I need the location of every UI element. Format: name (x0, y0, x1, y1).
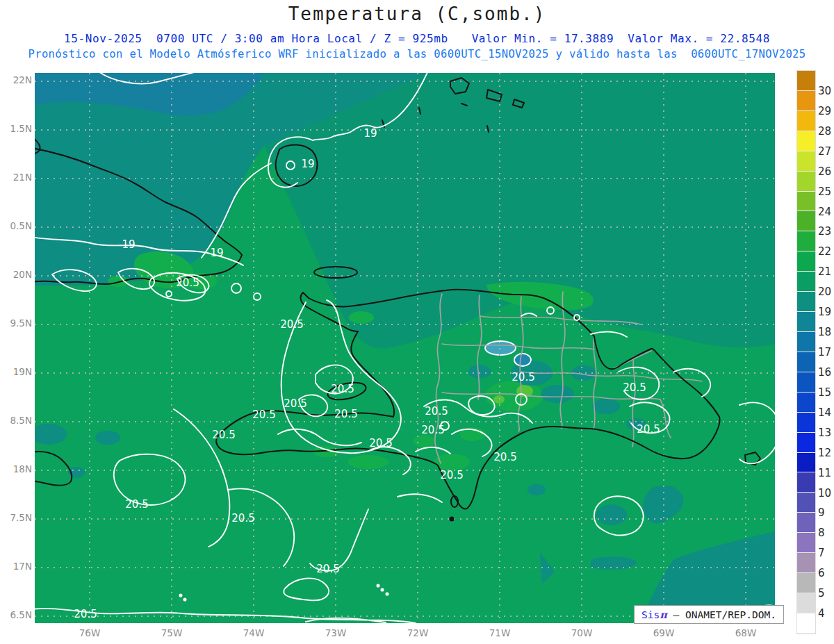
temperature-contour-map: 1919191920.520.520.520.520.520.520.520.5… (35, 73, 775, 623)
contour-value-label: 20.5 (334, 408, 357, 420)
colorbar-box (797, 472, 815, 493)
page-title: Temperatura (C,somb.) (0, 3, 834, 24)
contour-value-label: 20.5 (425, 405, 448, 418)
lon-tick-label: 69W (644, 627, 683, 638)
colorbar-box (797, 352, 815, 372)
contour-value-label: 19 (122, 238, 135, 251)
contour-value-label: 20.5 (125, 498, 148, 511)
valid-time-line: 15-Nov-2025 0700 UTC / 3:00 am Hora Loca… (0, 32, 834, 45)
colorbar-tick-label: 20 (818, 286, 831, 298)
contour-value-label: 20.5 (623, 381, 646, 394)
colorbar-box (797, 172, 815, 192)
colorbar-labels: 3029282726252423222120191817161514131211… (818, 71, 834, 634)
contour-value-label: 20.5 (212, 429, 235, 441)
lon-tick-label: 76W (70, 627, 109, 638)
contour-value-label: 20.5 (440, 469, 463, 481)
contour-value-label: 20.5 (176, 276, 199, 289)
lat-tick-label: 0.5N (0, 220, 32, 231)
colorbar-box (797, 613, 815, 634)
colorbar-tick-label: 9 (818, 506, 825, 519)
colorbar-tick-label: 23 (818, 225, 831, 238)
lat-tick-label: 8.5N (0, 415, 32, 426)
colorbar-box (797, 211, 815, 231)
colorbar-tick-label: 11 (818, 467, 831, 479)
contour-value-label: 20.5 (284, 397, 306, 410)
lat-tick-label: 1.5N (0, 123, 32, 134)
colorbar-box (797, 312, 815, 332)
colorbar-box (797, 372, 815, 393)
lon-tick-label: 73W (316, 627, 355, 638)
colorbar-box (797, 231, 815, 251)
colorbar-tick-label: 22 (818, 245, 831, 258)
contour-value-label: 20.5 (512, 371, 534, 383)
contour-value-label: 20.5 (74, 608, 97, 620)
colorbar-box (797, 292, 815, 312)
colorbar-box (797, 91, 815, 111)
lat-tick-label: 6.5N (0, 609, 32, 620)
colorbar-tick-label: 10 (818, 487, 831, 499)
lat-tick-label: 19N (0, 366, 32, 377)
lon-tick-label: 72W (398, 627, 437, 638)
colorbar-tick-label: 27 (818, 145, 831, 158)
credit-box: Sisπ – ONAMET/REP.DOM. (634, 605, 784, 624)
contour-value-label: 19 (363, 127, 377, 140)
colorbar-box (797, 272, 815, 292)
colorbar-tick-label: 25 (818, 185, 831, 198)
colorbar-tick-label: 17 (818, 346, 831, 358)
contour-value-label: 20.5 (369, 437, 392, 449)
lon-tick-label: 71W (480, 627, 519, 638)
colorbar-tick-label: 6 (818, 567, 825, 579)
contour-value-label: 19 (210, 247, 223, 259)
colorbar-box (797, 251, 815, 272)
colorbar-box (797, 493, 815, 513)
colorbar-box (797, 533, 815, 553)
colorbar-tick-label: 15 (818, 386, 831, 399)
colorbar-box (797, 513, 815, 533)
colorbar-tick-label: 21 (818, 265, 831, 278)
lon-tick-label: 74W (234, 627, 273, 638)
colorbar-tick-label: 5 (818, 587, 825, 600)
contour-value-label: 20.5 (637, 423, 660, 436)
weather-map-page: { "title": "Temperatura (C,somb.)", "hea… (0, 0, 834, 644)
lon-tick-label: 75W (152, 627, 191, 638)
map-area: 1919191920.520.520.520.520.520.520.520.5… (35, 73, 775, 623)
colorbar-tick-label: 7 (818, 547, 825, 559)
colorbar-tick-label: 29 (818, 105, 831, 117)
model-info-line: Pronóstico con el Modelo Atmósferico WRF… (0, 48, 834, 60)
temperature-colorbar (797, 71, 815, 634)
value-min: Valor Min. = 17.3889 (472, 32, 614, 45)
lat-tick-label: 17N (0, 561, 32, 572)
pi-symbol: π (660, 609, 667, 620)
colorbar-box (797, 573, 815, 593)
value-max: Valor Max. = 22.8548 (628, 32, 770, 45)
lat-tick-label: 7.5N (0, 512, 32, 523)
contour-value-label: 19 (301, 158, 314, 170)
colorbar-box (797, 71, 815, 91)
colorbar-tick-label: 14 (818, 406, 831, 419)
colorbar-tick-label: 30 (818, 85, 831, 97)
colorbar-box (797, 593, 815, 613)
colorbar-box (797, 192, 815, 212)
colorbar-box (797, 413, 815, 433)
credit-text: – ONAMET/REP.DOM. (667, 609, 776, 620)
colorbar-box (797, 433, 815, 453)
contour-value-label: 20.5 (331, 383, 354, 395)
colorbar-box (797, 453, 815, 473)
colorbar-tick-label: 28 (818, 125, 831, 138)
contour-value-label: 20.5 (493, 451, 516, 463)
colorbar-tick-label: 8 (818, 527, 825, 539)
colorbar-box (797, 151, 815, 172)
colorbar-tick-label: 16 (818, 366, 831, 379)
colorbar-box (797, 131, 815, 151)
lat-tick-label: 18N (0, 463, 32, 474)
contour-value-label: 20.5 (231, 512, 254, 525)
lon-tick-label: 68W (726, 627, 765, 638)
colorbar-tick-label: 4 (818, 607, 825, 620)
colorbar-box (797, 332, 815, 352)
lat-tick-label: 9.5N (0, 317, 32, 329)
colorbar-tick-label: 24 (818, 206, 831, 218)
contour-value-label: 20.5 (316, 563, 339, 575)
colorbar-tick-label: 18 (818, 326, 831, 338)
lat-tick-label: 21N (0, 172, 32, 183)
lat-tick-label: 20N (0, 269, 32, 280)
